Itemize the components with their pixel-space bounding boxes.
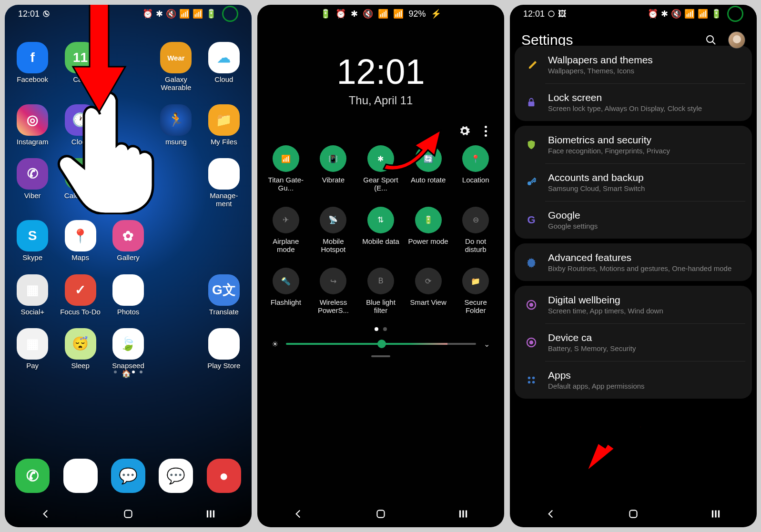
screen-settings: 12:01 🖼 ⏰ ✱ 🔇 📶 📶 🔋 Settings Wallpapers …: [510, 5, 757, 527]
qs-blue-light-filter[interactable]: B Blue light filter: [357, 268, 405, 315]
screenshot-notif-icon: 🖼: [558, 9, 567, 19]
nav-recents[interactable]: [452, 502, 475, 525]
app-manage-ment[interactable]: ▦ Manage-ment: [200, 158, 248, 208]
qs-titan-gate-gu-[interactable]: 📶 Titan Gate-Gu...: [262, 145, 310, 192]
nav-recents[interactable]: [199, 502, 222, 525]
app-maps[interactable]: 📍 Maps: [56, 220, 104, 261]
settings-row-google[interactable]: G Google Google settings: [515, 201, 752, 239]
brightness-thumb[interactable]: [377, 340, 386, 348]
app-icon: ◎: [17, 104, 48, 136]
charging-icon: ⚡: [431, 9, 441, 19]
nav-home[interactable]: [117, 502, 140, 525]
panel-handle[interactable]: [371, 355, 390, 357]
app-social-[interactable]: ▦ Social+: [9, 274, 56, 316]
mute-icon: 🔇: [166, 9, 176, 19]
app-icon: ▦: [17, 328, 48, 360]
edge-ring-icon: [222, 6, 238, 22]
panel-date: Thu, April 11: [257, 94, 504, 107]
qs-auto-rotate[interactable]: 🔄 Auto rotate: [405, 145, 452, 192]
app-msung[interactable]: 🏃 msung: [152, 104, 200, 146]
qs-flashlight[interactable]: 🔦 Flashlight: [262, 268, 310, 315]
app-my-files[interactable]: 📁 My Files: [200, 104, 248, 146]
settings-row-text: Google Google settings: [548, 210, 598, 230]
dock-phone[interactable]: ✆: [15, 459, 50, 493]
app-label: msung: [165, 138, 187, 146]
qs-secure-folder[interactable]: 📁 Secure Folder: [452, 268, 499, 315]
app-icon: ✆: [15, 459, 50, 493]
qs-vibrate[interactable]: 📳 Vibrate: [310, 145, 357, 192]
app-galaxy-wearable[interactable]: Wear Galaxy Wearable: [152, 42, 200, 92]
app-sleep[interactable]: 😴 Sleep: [56, 328, 104, 370]
settings-row-lock-screen[interactable]: Lock screen Screen lock type, Always On …: [515, 83, 752, 121]
settings-row-accounts-and-backup[interactable]: Accounts and backup Samsung Cloud, Smart…: [515, 163, 752, 201]
brightness-slider[interactable]: ☀ ⌄: [257, 340, 504, 349]
settings-row-biometrics-and-security[interactable]: Biometrics and security Face recognition…: [515, 126, 752, 163]
qs-toggle-icon: 🔋: [415, 207, 442, 233]
mute-icon: 🔇: [671, 9, 681, 19]
settings-row-advanced-features[interactable]: Advanced features Bixby Routines, Motion…: [515, 243, 752, 281]
dock-camera[interactable]: ●: [207, 459, 241, 493]
page-indicator: 🏠: [5, 369, 252, 375]
dock-chrome[interactable]: ◉: [63, 459, 98, 493]
qs-label: Auto rotate: [411, 176, 446, 184]
qs-label: Titan Gate-Gu...: [264, 176, 307, 192]
dwb-icon: [524, 298, 538, 312]
chevron-down-icon[interactable]: ⌄: [484, 340, 490, 349]
settings-list[interactable]: Wallpapers and themes Wallpapers, Themes…: [510, 55, 757, 399]
qs-mobile-hotspot[interactable]: 📡 Mobile Hotspot: [310, 207, 357, 254]
nav-recents[interactable]: [704, 502, 727, 525]
svg-point-6: [528, 181, 531, 185]
app-skype[interactable]: S Skype: [9, 220, 56, 261]
app-label: Pay: [26, 361, 39, 370]
settings-row-desc: Screen time, App timers, Wind down: [548, 307, 663, 315]
qs-label: Secure Folder: [454, 298, 497, 315]
app-gallery[interactable]: ✿ Gallery: [104, 220, 152, 261]
app-cloud[interactable]: ☁ Cloud: [200, 42, 248, 92]
app-play-store[interactable]: ▶ Play Store: [200, 328, 248, 370]
more-options-icon[interactable]: [485, 126, 487, 137]
app-pay[interactable]: ▦ Pay: [9, 328, 56, 370]
bluetooth-icon: ✱: [351, 9, 358, 19]
app-facebook[interactable]: f Facebook: [9, 42, 56, 92]
qs-mobile-data[interactable]: ⇅ Mobile data: [357, 207, 405, 254]
app-icon: 🍃: [112, 328, 144, 360]
app-viber[interactable]: ✆ Viber: [9, 158, 56, 208]
settings-row-apps[interactable]: Apps Default apps, App permissions: [515, 361, 752, 399]
app-focus-to-do[interactable]: ✓ Focus To-Do: [56, 274, 104, 316]
dock-messenger[interactable]: 💬: [159, 459, 193, 493]
app-translate[interactable]: G文 Translate: [200, 274, 248, 316]
app-photos[interactable]: ◆ Photos: [104, 274, 152, 316]
nav-home[interactable]: [622, 502, 645, 525]
qs-airplane-mode[interactable]: ✈ Airplane mode: [262, 207, 310, 254]
settings-gear-icon[interactable]: [459, 125, 470, 137]
nav-back[interactable]: [287, 502, 310, 525]
app-icon: ◉: [63, 459, 98, 493]
nav-back[interactable]: [539, 502, 562, 525]
qs-wireless-powers-[interactable]: ↪ Wireless PowerS...: [310, 268, 357, 315]
battery-percent: 92%: [408, 9, 426, 19]
nav-bar: [510, 501, 757, 527]
brush-icon: [524, 58, 538, 72]
dock-messages[interactable]: 💬: [111, 459, 145, 493]
app-snapseed[interactable]: 🍃 Snapseed: [104, 328, 152, 370]
status-time: 12:01: [18, 9, 40, 19]
qs-power-mode[interactable]: 🔋 Power mode: [405, 207, 452, 254]
search-icon[interactable]: [705, 34, 717, 46]
profile-avatar[interactable]: [728, 31, 745, 49]
app-cale[interactable]: 11 Cale: [56, 42, 104, 92]
settings-row-digital-wellbeing[interactable]: Digital wellbeing Screen time, App timer…: [515, 286, 752, 323]
signal-icon: 📶: [393, 9, 404, 19]
qs-do-not-disturb[interactable]: ⊖ Do not disturb: [452, 207, 499, 254]
nav-back[interactable]: [34, 502, 57, 525]
nav-home[interactable]: [369, 502, 392, 525]
qs-smart-view[interactable]: ⟳ Smart View: [405, 268, 452, 315]
settings-row-device-ca[interactable]: Device ca Battery, S Memory, Security: [515, 323, 752, 361]
settings-row-desc: Bixby Routines, Motions and gestures, On…: [548, 264, 731, 272]
qs-location[interactable]: 📍 Location: [452, 145, 499, 192]
settings-group: Advanced features Bixby Routines, Motion…: [515, 243, 752, 281]
brightness-track[interactable]: [286, 343, 476, 345]
qs-gear-sport-e-[interactable]: ✱ Gear Sport (E...: [357, 145, 405, 192]
settings-row-wallpapers-and-themes[interactable]: Wallpapers and themes Wallpapers, Themes…: [515, 46, 752, 83]
app-instagram[interactable]: ◎ Instagram: [9, 104, 56, 146]
app-blank: [152, 220, 200, 261]
